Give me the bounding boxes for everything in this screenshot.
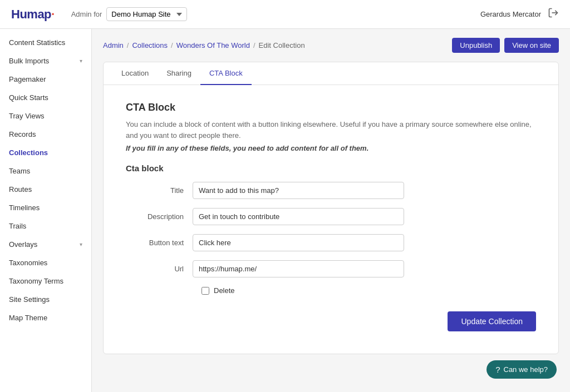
chevron-down-icon: ▾ <box>80 241 82 247</box>
section-description: You can include a block of content with … <box>126 119 536 141</box>
breadcrumb-sep-1: / <box>127 41 129 49</box>
sidebar: Content Statistics Bulk Imports ▾ Pagema… <box>0 29 92 392</box>
description-field-row: Description <box>126 208 536 225</box>
section-warning: If you fill in any of these fields, you … <box>126 144 536 152</box>
button-text-input[interactable] <box>193 234 404 251</box>
url-input[interactable] <box>193 260 404 277</box>
breadcrumb-bar: Admin / Collections / Wonders Of The Wor… <box>103 38 559 53</box>
sidebar-item-overlays[interactable]: Overlays ▾ <box>0 235 91 254</box>
sidebar-item-content-statistics[interactable]: Content Statistics <box>0 33 91 52</box>
sidebar-item-pagemaker[interactable]: Pagemaker <box>0 70 91 88</box>
url-field-row: Url <box>126 260 536 277</box>
tabs: Location Sharing CTA Block <box>104 62 558 85</box>
breadcrumb-sep-2: / <box>171 41 173 49</box>
description-label: Description <box>126 212 193 221</box>
title-field-row: Title <box>126 182 536 199</box>
sidebar-item-tray-views[interactable]: Tray Views <box>0 107 91 125</box>
admin-for-label: Admin for <box>71 10 102 18</box>
main-layout: Content Statistics Bulk Imports ▾ Pagema… <box>0 29 570 392</box>
breadcrumb-actions: Unpublish View on site <box>452 38 559 53</box>
sidebar-item-teams[interactable]: Teams <box>0 162 91 180</box>
sidebar-item-quick-starts[interactable]: Quick Starts <box>0 88 91 107</box>
top-nav-right: Gerardus Mercator <box>480 7 559 21</box>
breadcrumb-current: Edit Collection <box>259 41 305 49</box>
sidebar-item-bulk-imports[interactable]: Bulk Imports ▾ <box>0 52 91 70</box>
breadcrumb-sep-3: / <box>253 41 255 49</box>
breadcrumb-collection-name[interactable]: Wonders Of The World <box>176 41 250 49</box>
url-label: Url <box>126 265 193 273</box>
breadcrumb-collections[interactable]: Collections <box>132 41 168 49</box>
section-title: CTA Block <box>126 102 536 113</box>
sidebar-item-taxonomy-terms[interactable]: Taxonomy Terms <box>0 272 91 290</box>
unpublish-button[interactable]: Unpublish <box>452 38 500 53</box>
delete-checkbox[interactable] <box>202 287 209 295</box>
chevron-down-icon: ▾ <box>80 58 82 64</box>
subsection-title: Cta block <box>126 163 536 173</box>
delete-label: Delete <box>214 286 235 295</box>
title-input[interactable] <box>193 182 404 199</box>
breadcrumb-admin[interactable]: Admin <box>103 41 124 49</box>
help-label: Can we help? <box>504 365 548 374</box>
help-circle-icon: ? <box>495 365 500 374</box>
description-input[interactable] <box>193 208 404 225</box>
form-content: CTA Block You can include a block of con… <box>104 85 558 354</box>
sidebar-item-site-settings[interactable]: Site Settings <box>0 290 91 309</box>
update-collection-button[interactable]: Update Collection <box>448 311 536 331</box>
sidebar-item-routes[interactable]: Routes <box>0 180 91 199</box>
help-button[interactable]: ? Can we help? <box>487 360 557 379</box>
button-text-label: Button text <box>126 239 193 247</box>
sidebar-item-collections[interactable]: Collections <box>0 143 91 162</box>
tab-location[interactable]: Location <box>112 62 158 85</box>
form-actions: Update Collection <box>126 306 536 331</box>
site-select[interactable]: Demo Humap Site <box>106 7 187 21</box>
admin-for-section: Admin for Demo Humap Site <box>71 7 188 21</box>
breadcrumb: Admin / Collections / Wonders Of The Wor… <box>103 41 305 49</box>
sidebar-item-records[interactable]: Records <box>0 125 91 143</box>
sidebar-item-trails[interactable]: Trails <box>0 217 91 235</box>
logout-icon <box>548 7 559 18</box>
tab-cta-block[interactable]: CTA Block <box>200 62 252 85</box>
button-text-field-row: Button text <box>126 234 536 251</box>
title-label: Title <box>126 186 193 195</box>
delete-row: Delete <box>126 286 536 295</box>
top-nav: Humap· Admin for Demo Humap Site Gerardu… <box>0 0 570 29</box>
tab-sharing[interactable]: Sharing <box>158 62 200 85</box>
edit-collection-card: Location Sharing CTA Block CTA Block You… <box>103 62 559 354</box>
user-name: Gerardus Mercator <box>480 10 541 18</box>
view-on-site-button[interactable]: View on site <box>504 38 559 53</box>
sidebar-item-map-theme[interactable]: Map Theme <box>0 309 91 327</box>
sidebar-item-taxonomies[interactable]: Taxonomies <box>0 254 91 272</box>
logo-text: Humap· <box>11 7 55 22</box>
sidebar-item-timelines[interactable]: Timelines <box>0 199 91 217</box>
logout-button[interactable] <box>548 7 559 21</box>
logo: Humap· <box>11 7 55 22</box>
content-area: Admin / Collections / Wonders Of The Wor… <box>92 29 570 392</box>
